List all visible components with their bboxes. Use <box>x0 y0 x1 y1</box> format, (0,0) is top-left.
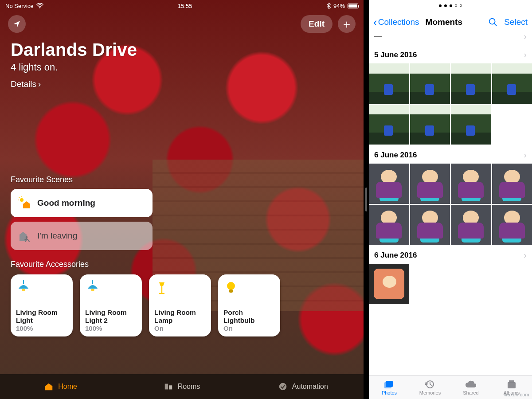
accessory-name: Porch Lightbulb <box>223 309 275 325</box>
scene-label: I'm leaving <box>37 231 77 241</box>
watermark: wsxdn.com <box>504 392 529 397</box>
accessories-row: Living Room Light 100% Living Room Light… <box>0 269 364 336</box>
photos-status-bar <box>369 0 532 12</box>
svg-rect-13 <box>229 289 233 293</box>
signal-dots-icon <box>439 4 462 7</box>
edit-button[interactable]: Edit <box>301 15 332 33</box>
svg-point-17 <box>489 18 495 24</box>
accessory-state: On <box>154 325 206 332</box>
svg-line-18 <box>494 23 497 26</box>
photo-thumbnail[interactable] <box>451 105 491 145</box>
svg-point-7 <box>22 289 25 291</box>
chevron-right-icon: › <box>524 250 527 260</box>
tab-rooms[interactable]: Rooms <box>121 374 242 399</box>
moment-header-6-june-a[interactable]: 6 June 2016 › <box>369 145 532 164</box>
accessory-state: On <box>223 325 275 332</box>
photo-thumbnail[interactable] <box>492 63 532 104</box>
moment-header-partial[interactable]: — › <box>369 33 532 45</box>
photo-thumbnail[interactable] <box>451 205 491 245</box>
accessory-living-room-light[interactable]: Living Room Light 100% <box>11 274 73 336</box>
memories-icon <box>424 379 436 389</box>
search-icon <box>488 17 498 27</box>
scene-im-leaving[interactable]: I'm leaving <box>11 222 153 250</box>
accessory-porch-lightbulb[interactable]: Porch Lightbulb On <box>218 274 280 336</box>
clock-label: 15:55 <box>43 3 327 9</box>
accessory-name: Living Room Lamp <box>154 309 206 325</box>
chevron-right-icon: › <box>38 79 41 89</box>
lightbulb-icon <box>223 280 239 295</box>
photo-thumbnail[interactable] <box>492 164 532 204</box>
accessory-state: 100% <box>85 325 137 332</box>
details-link[interactable]: Details › <box>11 79 41 89</box>
pendant-light-icon <box>16 280 31 295</box>
moment-header-6-june-b[interactable]: 6 June 2016 › <box>369 246 532 264</box>
home-tabbar: Home Rooms Automation <box>0 374 364 399</box>
moment-date: 5 June 2016 <box>374 51 417 59</box>
floor-lamp-icon <box>154 280 169 295</box>
plus-icon: ＋ <box>341 16 352 32</box>
tab-shared[interactable]: Shared <box>450 376 491 399</box>
photo-thumbnail[interactable] <box>410 63 450 104</box>
tab-label: Home <box>58 383 77 391</box>
accessory-living-room-lamp[interactable]: Living Room Lamp On <box>149 274 211 336</box>
person-leaving-icon <box>18 229 31 243</box>
photo-thumbnail[interactable] <box>369 164 409 204</box>
photo-thumbnail[interactable] <box>410 105 450 145</box>
pendant-light-icon <box>85 280 100 295</box>
details-label: Details <box>11 79 36 89</box>
tab-label: Memories <box>419 390 441 395</box>
photo-thumbnail[interactable] <box>369 264 409 304</box>
svg-point-16 <box>279 383 287 391</box>
photo-thumbnail[interactable] <box>369 63 409 104</box>
thumb-grid-5-june <box>369 63 532 145</box>
tab-photos[interactable]: Photos <box>369 376 410 399</box>
photo-thumbnail[interactable] <box>410 205 450 245</box>
moment-date: 6 June 2016 <box>374 151 417 160</box>
empty-cell <box>410 264 450 304</box>
location-button[interactable] <box>8 15 26 33</box>
battery-icon <box>348 4 358 8</box>
photos-title: Moments <box>426 17 462 27</box>
select-button[interactable]: Select <box>504 17 528 27</box>
add-button[interactable]: ＋ <box>338 15 356 33</box>
svg-point-0 <box>39 7 40 8</box>
photo-thumbnail[interactable] <box>369 205 409 245</box>
photos-app-pane: ‹ Collections Moments Select — › 5 June … <box>369 0 532 399</box>
back-label: Collections <box>378 17 419 27</box>
scene-label: Good morning <box>37 198 95 208</box>
svg-rect-20 <box>384 382 391 388</box>
home-app-pane: No Service 15:55 94% Edit ＋ <box>0 0 364 399</box>
empty-cell <box>492 105 532 145</box>
scene-good-morning[interactable]: Good morning <box>11 189 153 217</box>
tab-home[interactable]: Home <box>0 374 121 399</box>
accessories-section-label: Favourite Accessories <box>0 260 364 269</box>
search-button[interactable] <box>488 17 498 27</box>
back-collections-button[interactable]: ‹ Collections <box>373 17 419 27</box>
photo-thumbnail[interactable] <box>492 205 532 245</box>
photo-thumbnail[interactable] <box>451 63 491 104</box>
rooms-icon <box>164 382 173 391</box>
accessory-living-room-light-2[interactable]: Living Room Light 2 100% <box>80 274 142 336</box>
photo-thumbnail[interactable] <box>369 105 409 145</box>
svg-point-1 <box>20 198 23 202</box>
empty-cell <box>451 264 491 304</box>
split-view-handle[interactable] <box>364 0 369 399</box>
chevron-right-icon: › <box>524 150 527 160</box>
svg-rect-14 <box>164 384 168 390</box>
photo-thumbnail[interactable] <box>410 164 450 204</box>
location-arrow-icon <box>12 20 21 28</box>
scenes-section-label: Favourite Scenes <box>0 175 364 184</box>
photos-navbar: ‹ Collections Moments Select <box>369 12 532 33</box>
thumb-grid-6-june-a <box>369 164 532 246</box>
chevron-right-icon: › <box>524 33 527 42</box>
tab-label: Photos <box>382 390 397 395</box>
moment-header-5-june[interactable]: 5 June 2016 › <box>369 45 532 63</box>
svg-line-4 <box>19 197 20 198</box>
home-icon <box>44 382 54 391</box>
photo-thumbnail[interactable] <box>451 164 491 204</box>
tab-memories[interactable]: Memories <box>410 376 450 399</box>
photos-scroll[interactable]: — › 5 June 2016 › 6 June 2016 › <box>369 33 532 375</box>
tab-automation[interactable]: Automation <box>243 374 364 399</box>
cloud-icon <box>465 379 477 389</box>
home-title: Darlands Drive <box>11 40 353 60</box>
